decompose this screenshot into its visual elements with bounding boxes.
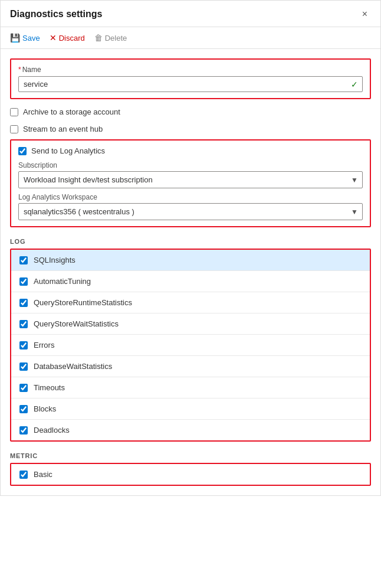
required-star: * xyxy=(18,66,21,74)
log-checkbox-errors[interactable] xyxy=(19,341,28,349)
metric-section-header: METRIC xyxy=(10,452,371,459)
save-label: Save xyxy=(22,34,40,43)
stream-label: Stream to an event hub xyxy=(23,125,103,133)
panel-title: Diagnostics settings xyxy=(10,9,102,19)
close-button[interactable]: × xyxy=(359,8,371,21)
panel-header: Diagnostics settings × xyxy=(1,1,380,27)
discard-button[interactable]: ✕ Discard xyxy=(50,32,85,44)
log-row: Errors xyxy=(11,335,370,356)
workspace-select[interactable]: sqlanalytics356 ( westcentralus ) xyxy=(18,203,363,220)
log-analytics-label: Send to Log Analytics xyxy=(31,146,105,155)
stream-checkbox[interactable] xyxy=(10,125,18,133)
log-label-automatictuning: AutomaticTuning xyxy=(34,277,91,286)
log-analytics-section: Send to Log Analytics Subscription Workl… xyxy=(10,139,371,227)
stream-row: Stream to an event hub xyxy=(10,125,371,133)
delete-icon: 🗑 xyxy=(94,33,103,43)
name-section: *Name ✓ xyxy=(10,58,371,99)
archive-row: Archive to a storage account xyxy=(10,107,371,116)
log-row: Timeouts xyxy=(11,377,370,398)
log-checkbox-timeouts[interactable] xyxy=(19,384,28,392)
subscription-label: Subscription xyxy=(18,161,363,169)
name-input[interactable] xyxy=(18,76,363,92)
log-row: SQLInsights xyxy=(11,250,370,271)
name-label: *Name xyxy=(18,66,363,74)
log-checkbox-querystorewaitstatistics[interactable] xyxy=(19,320,28,328)
log-row: Blocks xyxy=(11,398,370,420)
log-label-databasewaitstatistics: DatabaseWaitStatistics xyxy=(34,362,112,371)
metric-label-basic: Basic xyxy=(34,470,52,479)
metric-section-box: Basic xyxy=(10,463,371,486)
log-label-blocks: Blocks xyxy=(34,404,56,413)
log-label-timeouts: Timeouts xyxy=(34,383,65,392)
subscription-select-wrapper: Workload Insight dev/test subscription ▼ xyxy=(18,171,363,188)
toolbar: 💾 Save ✕ Discard 🗑 Delete xyxy=(1,27,380,49)
log-label-querystorewaitstatistics: QueryStoreWaitStatistics xyxy=(34,319,119,328)
log-row: AutomaticTuning xyxy=(11,271,370,292)
log-checkbox-querystoreruntimestatistics[interactable] xyxy=(19,299,28,307)
save-button[interactable]: 💾 Save xyxy=(10,32,40,44)
log-checkbox-blocks[interactable] xyxy=(19,405,28,413)
log-row: QueryStoreWaitStatistics xyxy=(11,313,370,335)
workspace-field: Log Analytics Workspace sqlanalytics356 … xyxy=(18,193,363,220)
input-check-icon: ✓ xyxy=(351,80,358,89)
workspace-select-wrapper: sqlanalytics356 ( westcentralus ) ▼ xyxy=(18,203,363,220)
log-row: Deadlocks xyxy=(11,420,370,440)
log-analytics-header: Send to Log Analytics xyxy=(18,146,363,155)
discard-label: Discard xyxy=(59,34,85,43)
log-row: QueryStoreRuntimeStatistics xyxy=(11,292,370,313)
delete-label: Delete xyxy=(105,34,127,43)
log-label-sqlinsights: SQLInsights xyxy=(34,256,75,264)
diagnostics-panel: Diagnostics settings × 💾 Save ✕ Discard … xyxy=(0,0,381,496)
log-section-header: LOG xyxy=(10,238,371,245)
log-label-deadlocks: Deadlocks xyxy=(34,426,70,435)
log-row: DatabaseWaitStatistics xyxy=(11,356,370,377)
log-checkbox-deadlocks[interactable] xyxy=(19,426,28,435)
workspace-label: Log Analytics Workspace xyxy=(18,193,363,201)
save-icon: 💾 xyxy=(10,33,20,43)
log-checkbox-automatictuning[interactable] xyxy=(19,277,28,286)
log-checkbox-databasewaitstatistics[interactable] xyxy=(19,362,28,371)
log-analytics-checkbox[interactable] xyxy=(18,147,27,155)
log-section-box: SQLInsightsAutomaticTuningQueryStoreRunt… xyxy=(10,249,371,442)
delete-button[interactable]: 🗑 Delete xyxy=(94,32,127,44)
log-label-querystoreruntimestatistics: QueryStoreRuntimeStatistics xyxy=(34,298,132,307)
log-checkbox-sqlinsights[interactable] xyxy=(19,256,28,264)
subscription-select[interactable]: Workload Insight dev/test subscription xyxy=(18,171,363,188)
log-label-errors: Errors xyxy=(34,341,54,349)
subscription-field: Subscription Workload Insight dev/test s… xyxy=(18,161,363,188)
metric-row: Basic xyxy=(11,464,370,485)
archive-checkbox[interactable] xyxy=(10,108,18,116)
archive-label: Archive to a storage account xyxy=(23,107,120,116)
name-input-wrapper: ✓ xyxy=(18,76,363,92)
content-area: *Name ✓ Archive to a storage account Str… xyxy=(1,58,380,495)
metric-checkbox-basic[interactable] xyxy=(19,471,28,479)
discard-icon: ✕ xyxy=(50,33,57,43)
